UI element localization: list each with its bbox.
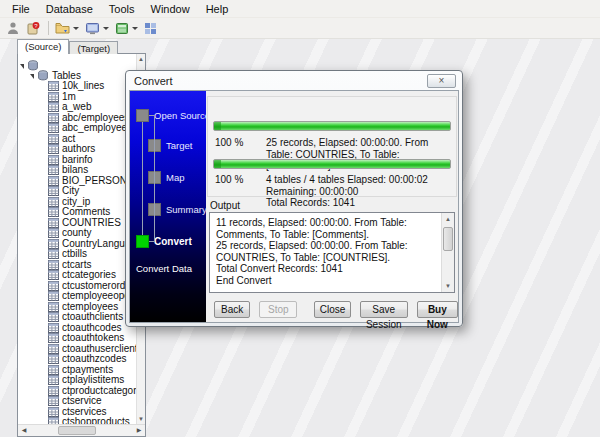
total-records: Total Records: 1041 [266, 197, 450, 209]
menu-bar: FileDatabaseToolsWindowHelp [0, 0, 600, 18]
wizard-caption: Convert Data [136, 263, 192, 274]
tree-item-comments[interactable]: Comments [18, 207, 136, 218]
scrollbar-thumb[interactable] [443, 227, 453, 251]
tree-horizontal-scrollbar[interactable]: ◀ ▶ [18, 424, 145, 436]
expander-icon[interactable] [30, 74, 34, 79]
tree-item-abc-employees[interactable]: abc_employees [18, 123, 136, 134]
table-progress-bar [213, 121, 451, 131]
menu-item-database[interactable]: Database [38, 1, 101, 17]
tree-item-authors[interactable]: authors [18, 144, 136, 155]
scroll-down-icon[interactable]: ▼ [137, 414, 145, 424]
output-log: 11 records, Elapsed: 00:00:00. From Tabl… [216, 217, 439, 290]
scroll-up-icon[interactable]: ▲ [442, 213, 454, 225]
menu-item-help[interactable]: Help [198, 1, 237, 17]
step-label: Map [166, 172, 184, 183]
tree-item-a-web[interactable]: a_web [18, 102, 136, 113]
save-session-button[interactable]: Save Session [360, 301, 408, 318]
stop-button[interactable]: Stop [259, 301, 297, 318]
close-icon[interactable]: × [427, 74, 456, 88]
tree-item-label: City [62, 186, 79, 197]
tree-item-label: authors [62, 144, 95, 155]
table-progress-percent: 100 % [215, 137, 261, 148]
wizard-step-summary: Summary [148, 203, 207, 216]
menu-item-tools[interactable]: Tools [101, 1, 143, 17]
tree-item-label: ctbills [62, 249, 87, 260]
tree-item-bilans[interactable]: bilans [18, 165, 136, 176]
dialog-buttons: Back Stop Close Save Session Buy Now [206, 301, 458, 321]
step-marker-icon [136, 235, 149, 248]
toolbar: ? [0, 18, 600, 39]
help-alert-icon[interactable]: ? [24, 20, 42, 36]
tree-item-ctoauthclients[interactable]: ctoauthclients [18, 312, 136, 323]
menu-item-file[interactable]: File [4, 1, 38, 17]
step-connector-line [149, 115, 155, 116]
session-icon[interactable] [113, 21, 140, 36]
tree-item-city[interactable]: City [18, 186, 136, 197]
toolbar-separator [48, 21, 49, 35]
expander-icon[interactable] [20, 64, 24, 69]
output-line: 11 records, Elapsed: 00:00:00. From Tabl… [216, 217, 439, 240]
scroll-down-icon[interactable]: ▼ [442, 280, 454, 292]
convert-progress-pane: 100 % 25 records, Elapsed: 00:00:00. Fro… [206, 91, 458, 322]
tree-item-label: a_web [62, 102, 91, 113]
menu-item-window[interactable]: Window [143, 1, 198, 17]
chevron-down-icon[interactable] [132, 27, 138, 30]
tree-item-ctservice[interactable]: ctservice [18, 396, 136, 407]
table-tree: Tables10k_lines1ma_webabc/employeesabc_e… [18, 60, 136, 424]
dialog-title-bar[interactable]: Convert × [126, 71, 462, 90]
tree-item-ctoauthtokens[interactable]: ctoauthtokens [18, 333, 136, 344]
step-label: Convert [154, 236, 192, 247]
tree-item-ctbills[interactable]: ctbills [18, 249, 136, 260]
tree-item-10k-lines[interactable]: 10k_lines [18, 81, 136, 92]
tree-item-ctplaylistitems[interactable]: ctplaylistitems [18, 375, 136, 386]
tree-item-label: abc_employees [62, 123, 132, 134]
chevron-down-icon[interactable] [73, 27, 79, 30]
tree-item-label: ctplaylistitems [62, 375, 124, 386]
panel-tabs: (Source) (Target) [17, 39, 118, 54]
tree-item-root[interactable] [18, 60, 136, 71]
tree-item-ctshopproducts[interactable]: ctshopproducts [18, 417, 136, 424]
tree-item-label: ctoauthclients [62, 312, 123, 323]
open-target-icon[interactable] [83, 21, 111, 36]
tab-source[interactable]: (Source) [17, 39, 69, 54]
wizard-step-convert: Convert [136, 235, 192, 248]
buy-now-button[interactable]: Buy Now [417, 301, 458, 318]
scroll-left-icon[interactable]: ◀ [18, 425, 30, 436]
overall-progress-line: 4 tables / 4 tables Elapsed: 00:00:02 Re… [266, 174, 450, 197]
tree-item-label: county [62, 228, 91, 239]
open-source-icon[interactable] [53, 20, 81, 36]
overall-progress-bar [213, 159, 451, 169]
scroll-right-icon[interactable]: ▶ [133, 425, 145, 436]
tree-item-label: ctshopproducts [62, 417, 130, 424]
wizard-steps-panel: Convert Data Open SourceTargetMapSummary… [130, 91, 206, 322]
scrollbar-thumb[interactable] [58, 426, 96, 435]
chevron-down-icon[interactable] [103, 27, 109, 30]
step-marker-icon [136, 109, 149, 122]
step-connector-line [142, 122, 143, 235]
tree-item-ctemployeeoperatelog[interactable]: ctemployeeoperatelog [18, 291, 136, 302]
dialog-title: Convert [134, 75, 427, 87]
scroll-up-icon[interactable]: ▲ [137, 54, 145, 64]
output-scrollbar[interactable]: ▲ ▼ [441, 213, 454, 292]
output-box[interactable]: 11 records, Elapsed: 00:00:00. From Tabl… [209, 212, 455, 293]
convert-dialog: Convert × Convert Data Open SourceTarget… [125, 70, 463, 327]
back-button[interactable]: Back [214, 301, 250, 318]
close-button[interactable]: Close [314, 301, 350, 318]
tree-item-ctoauthzcodes[interactable]: ctoauthzcodes [18, 354, 136, 365]
step-connector-line [149, 241, 155, 242]
step-label: Open Source [154, 110, 210, 121]
output-label: Output [210, 200, 240, 211]
dialog-client-area: Convert Data Open SourceTargetMapSummary… [129, 90, 459, 323]
output-line: End Convert [216, 275, 439, 287]
tree-item-label: ctservice [62, 396, 101, 407]
tree-item-label: ctcategories [62, 270, 116, 281]
grid-icon[interactable] [142, 21, 159, 36]
tree-item-label: ctoauthtokens [62, 333, 124, 344]
tree-item-county[interactable]: county [18, 228, 136, 239]
user-icon[interactable] [4, 20, 22, 36]
tree-item-label: bilans [62, 165, 88, 176]
overall-progress-percent: 100 % [215, 174, 261, 185]
tree-item-ctcategories[interactable]: ctcategories [18, 270, 136, 281]
wizard-step-open-source: Open Source [136, 109, 210, 122]
tab-target[interactable]: (Target) [69, 41, 118, 54]
